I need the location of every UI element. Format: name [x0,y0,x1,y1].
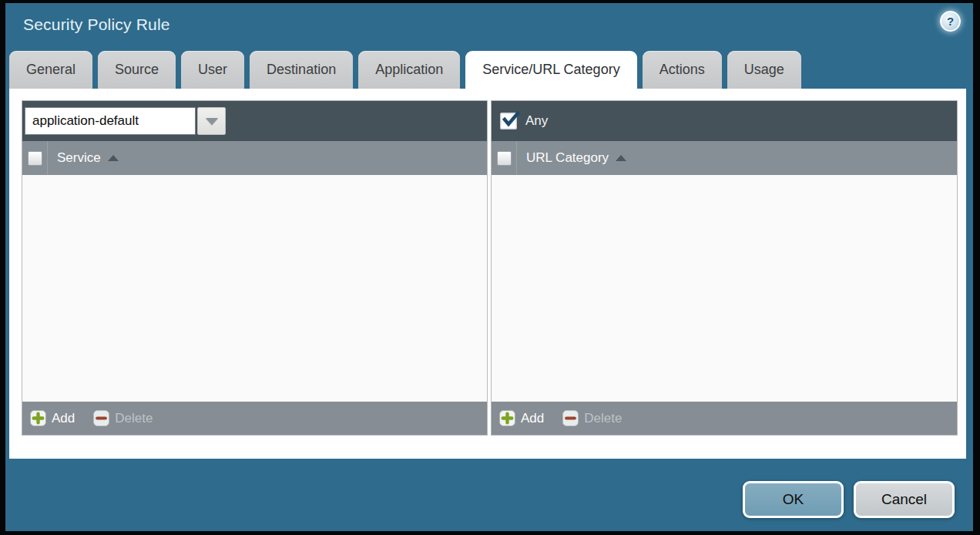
plus-icon [499,410,515,426]
tab-label: Service/URL Category [482,62,619,78]
service-table-header: Service [22,141,487,175]
service-select-all-checkbox[interactable] [28,151,42,166]
service-panel: Service Add Dele [22,100,488,436]
sort-ascending-icon [616,155,626,161]
tab-source[interactable]: Source [98,51,176,89]
url-category-panel: Any URL Category Add [491,100,958,436]
service-type-input[interactable] [25,107,196,135]
security-policy-rule-dialog: Security Policy Rule ? General Source Us… [5,3,973,531]
ok-button-label: OK [783,491,804,508]
cancel-button-label: Cancel [881,491,927,508]
checkmark-icon [502,111,520,130]
add-button-label: Add [52,411,75,426]
any-row: Any [500,113,548,130]
tab-user[interactable]: User [181,51,244,89]
url-category-add-button[interactable]: Add [499,410,544,426]
service-type-combobox [25,107,226,135]
service-type-dropdown-button[interactable] [197,107,226,135]
url-category-delete-button[interactable]: Delete [562,410,622,426]
tab-application[interactable]: Application [358,51,460,89]
tab-general[interactable]: General [9,51,92,89]
tab-label: General [26,62,76,78]
tab-content: Service Add Dele [9,89,966,459]
chevron-down-icon [206,118,218,125]
url-category-select-all-checkbox[interactable] [497,151,512,166]
url-category-footer: Add Delete [492,402,957,435]
service-footer: Add Delete [22,402,487,435]
ok-button[interactable]: OK [743,481,844,518]
tab-destination[interactable]: Destination [250,51,353,89]
url-category-column-label: URL Category [526,150,609,166]
service-select-all-cell [22,141,48,175]
service-add-button[interactable]: Add [30,410,75,426]
tab-actions[interactable]: Actions [643,51,722,89]
minus-icon [562,410,579,426]
sort-ascending-icon [108,155,119,161]
service-delete-button[interactable]: Delete [93,410,153,426]
tab-strip: General Source User Destination Applicat… [9,51,801,89]
tab-label: Application [375,62,443,78]
help-icon[interactable]: ? [940,11,961,32]
any-checkbox[interactable] [500,113,517,130]
tab-usage[interactable]: Usage [727,51,801,89]
url-category-select-all-cell [492,141,517,175]
dialog-actions: OK Cancel [743,481,955,518]
url-category-toolbar: Any [492,101,957,141]
delete-button-label: Delete [584,411,622,426]
any-label: Any [525,113,548,129]
dialog-title: Security Policy Rule [23,15,170,34]
service-column-label: Service [57,150,101,166]
titlebar: Security Policy Rule ? [5,3,973,49]
tab-label: User [198,62,227,78]
tab-label: Usage [744,62,784,78]
url-category-table-body [492,175,957,402]
help-icon-glyph: ? [947,15,954,28]
service-column-header[interactable]: Service [57,150,119,166]
minus-icon [93,410,109,426]
service-table-body [22,175,487,402]
plus-icon [30,410,46,426]
delete-button-label: Delete [115,411,153,426]
url-category-column-header[interactable]: URL Category [526,150,626,166]
cancel-button[interactable]: Cancel [854,481,955,518]
tab-label: Actions [659,62,705,78]
add-button-label: Add [521,411,544,426]
tab-service-url-category[interactable]: Service/URL Category [465,51,636,89]
tab-label: Source [115,62,159,78]
tab-label: Destination [267,62,336,78]
service-toolbar [22,101,487,141]
url-category-table-header: URL Category [492,141,957,175]
